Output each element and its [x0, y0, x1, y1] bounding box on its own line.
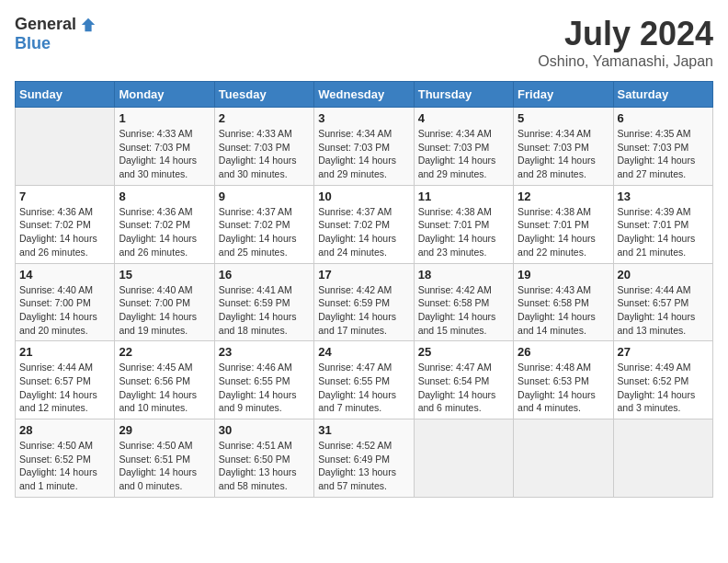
day-number: 12 — [518, 190, 609, 203]
calendar-week-row: 21Sunrise: 4:44 AMSunset: 6:57 PMDayligh… — [16, 341, 713, 419]
day-number: 26 — [518, 345, 609, 359]
logo: General Blue — [15, 15, 97, 53]
day-number: 13 — [618, 190, 709, 203]
header-saturday: Saturday — [613, 82, 712, 108]
day-info: Sunrise: 4:33 AMSunset: 7:03 PMDaylight:… — [119, 127, 210, 181]
day-info: Sunrise: 4:41 AMSunset: 6:59 PMDaylight:… — [219, 283, 310, 338]
title-area: July 2024 Oshino, Yamanashi, Japan — [538, 15, 713, 70]
calendar-week-row: 1Sunrise: 4:33 AMSunset: 7:03 PMDaylight… — [16, 108, 713, 186]
day-info: Sunrise: 4:34 AMSunset: 7:03 PMDaylight:… — [518, 127, 609, 181]
day-number: 20 — [618, 268, 709, 282]
day-number: 8 — [119, 190, 210, 203]
header-wednesday: Wednesday — [314, 82, 414, 108]
calendar-cell: 27Sunrise: 4:49 AMSunset: 6:52 PMDayligh… — [613, 341, 712, 419]
day-info: Sunrise: 4:46 AMSunset: 6:55 PMDaylight:… — [219, 361, 310, 415]
day-info: Sunrise: 4:49 AMSunset: 6:52 PMDaylight:… — [618, 361, 709, 415]
day-info: Sunrise: 4:52 AMSunset: 6:49 PMDaylight:… — [318, 439, 409, 493]
calendar-cell: 8Sunrise: 4:36 AMSunset: 7:02 PMDaylight… — [115, 185, 214, 263]
day-number: 22 — [119, 345, 210, 359]
day-number: 27 — [618, 345, 709, 359]
day-info: Sunrise: 4:50 AMSunset: 6:51 PMDaylight:… — [119, 439, 210, 493]
day-number: 5 — [518, 111, 609, 125]
calendar-cell: 26Sunrise: 4:48 AMSunset: 6:53 PMDayligh… — [514, 341, 613, 419]
calendar-cell: 21Sunrise: 4:44 AMSunset: 6:57 PMDayligh… — [16, 341, 115, 419]
calendar-cell: 18Sunrise: 4:42 AMSunset: 6:58 PMDayligh… — [414, 263, 513, 341]
day-number: 16 — [219, 268, 310, 282]
day-number: 25 — [418, 345, 509, 359]
calendar-cell: 19Sunrise: 4:43 AMSunset: 6:58 PMDayligh… — [514, 263, 613, 341]
calendar-cell: 3Sunrise: 4:34 AMSunset: 7:03 PMDaylight… — [314, 108, 414, 186]
day-info: Sunrise: 4:38 AMSunset: 7:01 PMDaylight:… — [518, 205, 609, 259]
calendar-cell — [613, 419, 712, 498]
header: General Blue July 2024 Oshino, Yamanashi… — [15, 15, 713, 70]
calendar-cell — [414, 419, 513, 498]
day-info: Sunrise: 4:45 AMSunset: 6:56 PMDaylight:… — [119, 361, 210, 415]
day-info: Sunrise: 4:40 AMSunset: 7:00 PMDaylight:… — [19, 283, 110, 338]
day-number: 31 — [318, 423, 409, 437]
svg-marker-0 — [82, 17, 95, 30]
day-number: 15 — [119, 268, 210, 282]
calendar-cell: 2Sunrise: 4:33 AMSunset: 7:03 PMDaylight… — [214, 108, 313, 186]
calendar-cell: 7Sunrise: 4:36 AMSunset: 7:02 PMDaylight… — [16, 185, 115, 263]
calendar-cell: 1Sunrise: 4:33 AMSunset: 7:03 PMDaylight… — [115, 108, 214, 186]
day-number: 10 — [318, 190, 409, 203]
day-info: Sunrise: 4:36 AMSunset: 7:02 PMDaylight:… — [19, 205, 110, 259]
logo-blue-text: Blue — [15, 34, 51, 53]
header-sunday: Sunday — [16, 82, 115, 108]
calendar-cell — [16, 108, 115, 186]
day-info: Sunrise: 4:47 AMSunset: 6:55 PMDaylight:… — [318, 361, 409, 415]
day-number: 3 — [318, 111, 409, 125]
logo-general-text: General — [15, 15, 76, 34]
day-info: Sunrise: 4:39 AMSunset: 7:01 PMDaylight:… — [618, 205, 709, 259]
day-info: Sunrise: 4:50 AMSunset: 6:52 PMDaylight:… — [19, 439, 110, 493]
calendar-cell: 10Sunrise: 4:37 AMSunset: 7:02 PMDayligh… — [314, 185, 414, 263]
day-number: 28 — [19, 423, 110, 437]
day-number: 11 — [418, 190, 509, 203]
day-info: Sunrise: 4:40 AMSunset: 7:00 PMDaylight:… — [119, 283, 210, 338]
day-number: 30 — [219, 423, 310, 437]
logo-icon — [80, 17, 97, 33]
day-number: 24 — [318, 345, 409, 359]
calendar-cell: 17Sunrise: 4:42 AMSunset: 6:59 PMDayligh… — [314, 263, 414, 341]
calendar-week-row: 14Sunrise: 4:40 AMSunset: 7:00 PMDayligh… — [16, 263, 713, 341]
day-number: 17 — [318, 268, 409, 282]
calendar-cell: 22Sunrise: 4:45 AMSunset: 6:56 PMDayligh… — [115, 341, 214, 419]
calendar-cell: 5Sunrise: 4:34 AMSunset: 7:03 PMDaylight… — [514, 108, 613, 186]
calendar-cell: 20Sunrise: 4:44 AMSunset: 6:57 PMDayligh… — [613, 263, 712, 341]
calendar-table: SundayMondayTuesdayWednesdayThursdayFrid… — [15, 81, 713, 498]
day-number: 2 — [219, 111, 310, 125]
day-info: Sunrise: 4:44 AMSunset: 6:57 PMDaylight:… — [19, 361, 110, 415]
calendar-cell: 24Sunrise: 4:47 AMSunset: 6:55 PMDayligh… — [314, 341, 414, 419]
day-info: Sunrise: 4:48 AMSunset: 6:53 PMDaylight:… — [518, 361, 609, 415]
calendar-cell: 25Sunrise: 4:47 AMSunset: 6:54 PMDayligh… — [414, 341, 513, 419]
day-number: 14 — [19, 268, 110, 282]
day-info: Sunrise: 4:34 AMSunset: 7:03 PMDaylight:… — [418, 127, 509, 181]
page-subtitle: Oshino, Yamanashi, Japan — [538, 53, 713, 70]
calendar-header-row: SundayMondayTuesdayWednesdayThursdayFrid… — [16, 82, 713, 108]
calendar-cell: 16Sunrise: 4:41 AMSunset: 6:59 PMDayligh… — [214, 263, 313, 341]
calendar-cell — [514, 419, 613, 498]
page-title: July 2024 — [538, 15, 713, 53]
day-info: Sunrise: 4:34 AMSunset: 7:03 PMDaylight:… — [318, 127, 409, 181]
day-info: Sunrise: 4:43 AMSunset: 6:58 PMDaylight:… — [518, 283, 609, 338]
calendar-cell: 6Sunrise: 4:35 AMSunset: 7:03 PMDaylight… — [613, 108, 712, 186]
calendar-cell: 31Sunrise: 4:52 AMSunset: 6:49 PMDayligh… — [314, 419, 414, 498]
day-number: 7 — [19, 190, 110, 203]
calendar-cell: 15Sunrise: 4:40 AMSunset: 7:00 PMDayligh… — [115, 263, 214, 341]
day-number: 9 — [219, 190, 310, 203]
day-number: 21 — [19, 345, 110, 359]
header-thursday: Thursday — [414, 82, 513, 108]
day-info: Sunrise: 4:42 AMSunset: 6:59 PMDaylight:… — [318, 283, 409, 338]
day-info: Sunrise: 4:42 AMSunset: 6:58 PMDaylight:… — [418, 283, 509, 338]
day-info: Sunrise: 4:33 AMSunset: 7:03 PMDaylight:… — [219, 127, 310, 181]
calendar-cell: 14Sunrise: 4:40 AMSunset: 7:00 PMDayligh… — [16, 263, 115, 341]
calendar-week-row: 7Sunrise: 4:36 AMSunset: 7:02 PMDaylight… — [16, 185, 713, 263]
calendar-cell: 12Sunrise: 4:38 AMSunset: 7:01 PMDayligh… — [514, 185, 613, 263]
day-info: Sunrise: 4:36 AMSunset: 7:02 PMDaylight:… — [119, 205, 210, 259]
day-number: 23 — [219, 345, 310, 359]
header-tuesday: Tuesday — [214, 82, 313, 108]
calendar-cell: 9Sunrise: 4:37 AMSunset: 7:02 PMDaylight… — [214, 185, 313, 263]
calendar-cell: 30Sunrise: 4:51 AMSunset: 6:50 PMDayligh… — [214, 419, 313, 498]
day-number: 19 — [518, 268, 609, 282]
calendar-cell: 13Sunrise: 4:39 AMSunset: 7:01 PMDayligh… — [613, 185, 712, 263]
